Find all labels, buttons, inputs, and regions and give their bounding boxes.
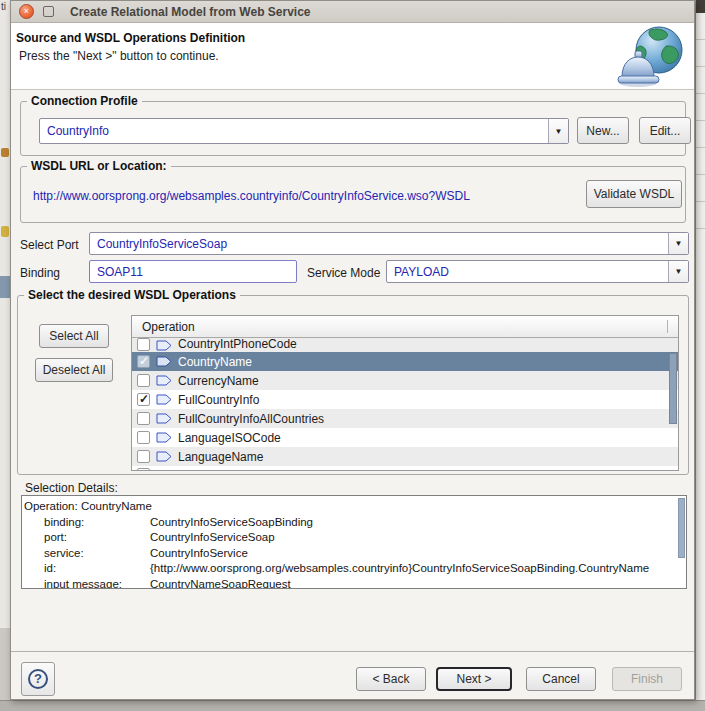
background-selection-fragment xyxy=(0,276,10,298)
chevron-down-icon[interactable]: ▼ xyxy=(548,119,568,143)
window-title: Create Relational Model from Web Service xyxy=(70,5,311,19)
row-checkbox[interactable] xyxy=(137,355,150,368)
operation-icon xyxy=(156,356,172,367)
table-row-partial[interactable] xyxy=(132,466,678,471)
detail-value: CountryInfoServiceSoapBinding xyxy=(150,516,313,528)
row-checkbox[interactable] xyxy=(137,431,150,444)
detail-line: id:{http://www.oorsprong.org/websamples.… xyxy=(22,562,686,578)
row-checkbox[interactable] xyxy=(137,450,150,463)
operation-icon xyxy=(156,394,172,405)
table-row[interactable]: FullCountryInfoAllCountries xyxy=(132,409,678,428)
wsdl-url-text: http://www.oorsprong.org/websamples.coun… xyxy=(33,189,470,203)
operation-label: FullCountryInfoAllCountries xyxy=(178,412,324,426)
operation-icon xyxy=(156,340,172,351)
table-row[interactable]: CountryIntPhoneCode xyxy=(132,338,678,352)
table-row[interactable]: LanguageISOCode xyxy=(132,428,678,447)
operations-table: Operation CountryIntPhoneCode CountryNam… xyxy=(131,315,679,471)
deselect-all-button[interactable]: Deselect All xyxy=(35,358,113,382)
detail-value: CountryInfoService xyxy=(150,547,248,559)
detail-value: CountryInfoServiceSoap xyxy=(150,531,275,543)
help-button[interactable]: ? xyxy=(21,662,55,696)
operation-icon xyxy=(156,413,172,424)
cancel-button[interactable]: Cancel xyxy=(526,667,596,691)
chevron-down-icon[interactable]: ▼ xyxy=(668,233,688,254)
operation-label: LanguageName xyxy=(178,450,263,464)
wizard-dialog: × Create Relational Model from Web Servi… xyxy=(10,0,695,700)
background-table-rows-fragment xyxy=(696,13,705,253)
question-mark-icon: ? xyxy=(28,669,48,689)
operations-column-header[interactable]: Operation xyxy=(132,316,678,338)
binding-input[interactable] xyxy=(89,260,297,283)
background-text-fragment: ti xyxy=(1,1,6,12)
background-window-bottom-sliver xyxy=(0,700,705,711)
detail-key: port: xyxy=(44,531,150,543)
connection-profile-combo[interactable]: CountryInfo ▼ xyxy=(39,118,569,144)
column-header-label: Operation xyxy=(142,320,195,334)
detail-value: {http://www.oorsprong.org/websamples.cou… xyxy=(150,562,649,574)
next-button[interactable]: Next > xyxy=(436,667,512,691)
details-scrollbar-thumb[interactable] xyxy=(678,498,685,558)
selection-details-label: Selection Details: xyxy=(25,481,118,495)
page-subtitle: Press the "Next >" button to continue. xyxy=(19,49,219,63)
select-all-button[interactable]: Select All xyxy=(39,324,109,348)
detail-key: input message: xyxy=(44,578,150,590)
row-checkbox[interactable] xyxy=(137,338,150,351)
service-mode-value: PAYLOAD xyxy=(387,265,668,279)
table-row[interactable]: CountryName xyxy=(132,352,678,371)
maximize-button[interactable] xyxy=(43,6,54,17)
detail-line: port:CountryInfoServiceSoap xyxy=(22,531,686,547)
background-pencil-icon xyxy=(1,148,9,157)
connection-profile-legend: Connection Profile xyxy=(27,94,142,108)
operation-label: CountryName xyxy=(178,355,252,369)
wsdl-url-legend: WSDL URL or Location: xyxy=(27,159,171,173)
select-port-value: CountryInfoServiceSoap xyxy=(90,237,668,251)
edit-button[interactable]: Edit... xyxy=(639,117,691,144)
web-service-globe-icon xyxy=(614,24,688,91)
detail-key: service: xyxy=(44,547,150,559)
service-mode-combo[interactable]: PAYLOAD ▼ xyxy=(386,260,689,283)
detail-line: service:CountryInfoService xyxy=(22,547,686,563)
row-checkbox[interactable] xyxy=(137,468,150,471)
detail-key: id: xyxy=(44,562,150,574)
detail-line: binding:CountryInfoServiceSoapBinding xyxy=(22,516,686,532)
footer-separator xyxy=(11,651,694,652)
operation-icon xyxy=(156,451,172,462)
background-window-left-sliver: ti xyxy=(0,0,10,711)
background-panel-fragment xyxy=(0,628,10,700)
row-checkbox[interactable] xyxy=(137,393,150,406)
chevron-down-icon[interactable]: ▼ xyxy=(668,261,688,282)
table-row[interactable]: FullCountryInfo xyxy=(132,390,678,409)
page-title: Source and WSDL Operations Definition xyxy=(16,31,245,45)
service-mode-label: Service Mode xyxy=(307,266,380,280)
row-checkbox[interactable] xyxy=(137,374,150,387)
validate-wsdl-button[interactable]: Validate WSDL xyxy=(586,180,682,208)
select-port-combo[interactable]: CountryInfoServiceSoap ▼ xyxy=(89,232,689,255)
finish-button: Finish xyxy=(612,667,682,691)
detail-line: Operation: CountryName xyxy=(22,500,686,516)
wsdl-operations-legend: Select the desired WSDL Operations xyxy=(24,288,240,302)
detail-line: input message:CountryNameSoapRequest xyxy=(22,578,686,590)
operation-icon xyxy=(156,375,172,386)
background-titlebar-fragment xyxy=(696,0,705,13)
table-scrollbar-thumb[interactable] xyxy=(669,353,677,424)
table-row[interactable]: CurrencyName xyxy=(132,371,678,390)
select-port-label: Select Port xyxy=(20,238,79,252)
wizard-header: Source and WSDL Operations Definition Pr… xyxy=(11,23,694,90)
new-button[interactable]: New... xyxy=(577,117,629,144)
detail-key: binding: xyxy=(44,516,150,528)
row-checkbox[interactable] xyxy=(137,412,150,425)
operation-label: FullCountryInfo xyxy=(178,393,259,407)
binding-label: Binding xyxy=(20,266,60,280)
operation-label: CountryIntPhoneCode xyxy=(178,338,297,351)
operation-label: CurrencyName xyxy=(178,374,259,388)
selection-details-box: Operation: CountryName binding:CountryIn… xyxy=(21,495,687,589)
detail-text: Operation: CountryName xyxy=(24,500,152,512)
background-folder-icon xyxy=(1,226,9,237)
connection-profile-value: CountryInfo xyxy=(40,124,548,138)
back-button[interactable]: < Back xyxy=(356,667,426,691)
operation-icon xyxy=(156,432,172,443)
table-row[interactable]: LanguageName xyxy=(132,447,678,466)
title-bar: × Create Relational Model from Web Servi… xyxy=(11,1,694,23)
detail-value: CountryNameSoapRequest xyxy=(150,578,291,590)
close-button[interactable]: × xyxy=(19,4,34,19)
